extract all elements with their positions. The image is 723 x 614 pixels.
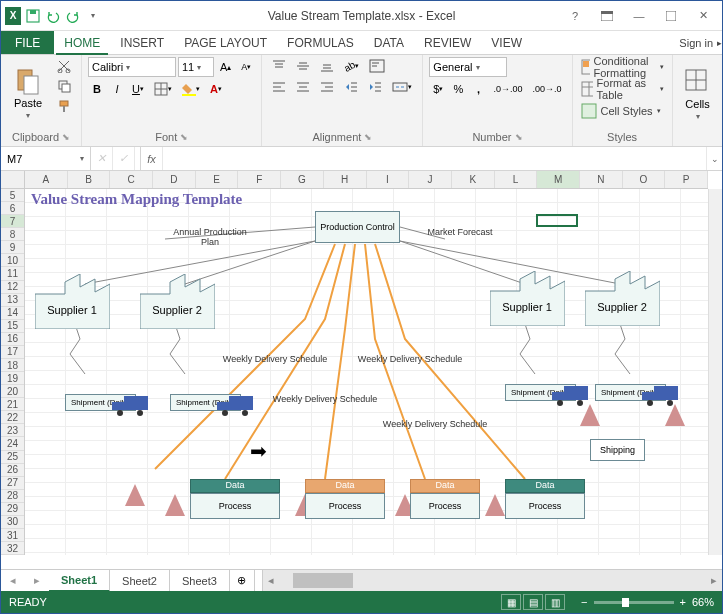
tab-insert[interactable]: INSERT (110, 31, 174, 54)
font-color-button[interactable]: A▾ (206, 80, 226, 98)
align-bottom-button[interactable] (316, 57, 338, 75)
column-headers[interactable]: ABCDEFGHIJKLMNOP (25, 171, 708, 189)
new-sheet-button[interactable]: ⊕ (230, 570, 254, 591)
font-family-combo[interactable]: Calibri▾ (88, 57, 176, 77)
tab-formulas[interactable]: FORMULAS (277, 31, 364, 54)
grid-canvas[interactable]: Value Stream Mapping Template (25, 189, 708, 555)
ribbon-display-icon[interactable] (594, 6, 620, 26)
bold-button[interactable]: B (88, 80, 106, 98)
process-box-2[interactable]: Process (305, 493, 385, 519)
conditional-formatting-button[interactable]: Conditional Formatting▾ (579, 57, 666, 77)
formula-input[interactable] (163, 147, 706, 170)
increase-indent-button[interactable] (364, 78, 386, 96)
minimize-button[interactable]: — (626, 6, 652, 26)
increase-font-button[interactable]: A▴ (216, 58, 235, 76)
align-top-button[interactable] (268, 57, 290, 75)
excel-logo: X (5, 8, 21, 24)
merge-center-button[interactable]: ▾ (388, 78, 416, 96)
cells-button[interactable]: Cells ▾ (679, 57, 717, 131)
paste-button[interactable]: Paste ▾ (7, 57, 49, 130)
tab-home[interactable]: HOME (54, 31, 110, 54)
data-bar-1[interactable]: Data (190, 479, 280, 493)
percent-format-button[interactable]: % (449, 80, 467, 98)
cell-styles-button[interactable]: Cell Styles▾ (579, 101, 666, 121)
maximize-button[interactable] (658, 6, 684, 26)
tab-view[interactable]: VIEW (481, 31, 532, 54)
decrease-decimal-button[interactable]: .00→.0 (529, 80, 566, 98)
format-as-table-button[interactable]: Format as Table▾ (579, 79, 666, 99)
zoom-level[interactable]: 66% (692, 596, 714, 608)
fill-color-button[interactable]: ▾ (178, 80, 204, 98)
tab-pagelayout[interactable]: PAGE LAYOUT (174, 31, 277, 54)
tab-nav-prev[interactable]: ◂ (1, 570, 25, 591)
clipboard-launcher-icon[interactable]: ⬊ (62, 132, 70, 142)
normal-view-button[interactable]: ▦ (501, 594, 521, 610)
tab-data[interactable]: DATA (364, 31, 414, 54)
help-icon[interactable]: ? (562, 6, 588, 26)
copy-button[interactable] (53, 77, 75, 95)
decrease-indent-button[interactable] (340, 78, 362, 96)
save-icon[interactable] (25, 8, 41, 24)
truck-icon-2 (215, 394, 255, 418)
number-launcher-icon[interactable]: ⬊ (515, 132, 523, 142)
comma-format-button[interactable]: , (469, 80, 487, 98)
data-bar-2[interactable]: Data (305, 479, 385, 493)
vertical-scrollbar[interactable] (708, 189, 722, 555)
tab-nav-next[interactable]: ▸ (25, 570, 49, 591)
align-left-button[interactable] (268, 78, 290, 96)
close-button[interactable]: ✕ (690, 6, 716, 26)
alignment-launcher-icon[interactable]: ⬊ (364, 132, 372, 142)
align-middle-button[interactable] (292, 57, 314, 75)
worksheet-area[interactable]: ABCDEFGHIJKLMNOP 56789101112131415161718… (1, 171, 722, 569)
orientation-button[interactable]: ab▾ (340, 57, 363, 75)
accounting-format-button[interactable]: $▾ (429, 80, 447, 98)
hscroll-thumb[interactable] (293, 573, 353, 588)
supplier-2-right[interactable]: Supplier 2 (585, 271, 660, 326)
redo-icon[interactable] (65, 8, 81, 24)
cut-button[interactable] (53, 57, 75, 75)
page-layout-view-button[interactable]: ▤ (523, 594, 543, 610)
fx-icon[interactable]: fx (141, 147, 163, 170)
increase-decimal-button[interactable]: .0→.00 (489, 80, 526, 98)
production-control-box[interactable]: Production Control (315, 211, 400, 243)
underline-button[interactable]: U▾ (128, 80, 148, 98)
align-center-button[interactable] (292, 78, 314, 96)
select-all-corner[interactable] (1, 171, 25, 189)
zoom-slider[interactable] (594, 601, 674, 604)
sheet-tab-1[interactable]: Sheet1 (49, 570, 110, 592)
ribbon: Paste ▾ Clipboard⬊ Calibri▾ 11▾ A▴ A▾ B (1, 55, 722, 147)
zoom-in-button[interactable]: + (680, 596, 686, 608)
process-box-3[interactable]: Process (410, 493, 480, 519)
row-headers[interactable]: 5678910111213141516171819202122232425262… (1, 189, 25, 555)
svg-point-69 (242, 410, 248, 416)
align-right-button[interactable] (316, 78, 338, 96)
wrap-text-button[interactable] (365, 57, 389, 75)
format-painter-button[interactable] (53, 97, 75, 115)
page-break-view-button[interactable]: ▥ (545, 594, 565, 610)
process-box-4[interactable]: Process (505, 493, 585, 519)
decrease-font-button[interactable]: A▾ (237, 58, 255, 76)
data-bar-4[interactable]: Data (505, 479, 585, 493)
number-format-combo[interactable]: General▾ (429, 57, 507, 77)
qat-customize-icon[interactable]: ▾ (85, 8, 101, 24)
italic-button[interactable]: I (108, 80, 126, 98)
horizontal-scrollbar[interactable]: ◂ ▸ (262, 570, 722, 591)
zoom-out-button[interactable]: − (581, 596, 587, 608)
border-button[interactable]: ▾ (150, 80, 176, 98)
data-bar-3[interactable]: Data (410, 479, 480, 493)
process-box-1[interactable]: Process (190, 493, 280, 519)
supplier-1-left[interactable]: Supplier 1 (35, 274, 110, 329)
undo-icon[interactable] (45, 8, 61, 24)
shipping-box[interactable]: Shipping (590, 439, 645, 461)
sheet-tab-2[interactable]: Sheet2 (110, 570, 170, 591)
sign-in-link[interactable]: Sign in▸ (679, 31, 722, 54)
tab-file[interactable]: FILE (1, 31, 54, 54)
name-box[interactable]: M7▾ (1, 147, 91, 170)
sheet-tab-3[interactable]: Sheet3 (170, 570, 230, 591)
tab-review[interactable]: REVIEW (414, 31, 481, 54)
font-launcher-icon[interactable]: ⬊ (180, 132, 188, 142)
expand-formula-bar-icon[interactable]: ⌄ (706, 147, 722, 170)
supplier-2-left[interactable]: Supplier 2 (140, 274, 215, 329)
font-size-combo[interactable]: 11▾ (178, 57, 214, 77)
supplier-1-right[interactable]: Supplier 1 (490, 271, 565, 326)
